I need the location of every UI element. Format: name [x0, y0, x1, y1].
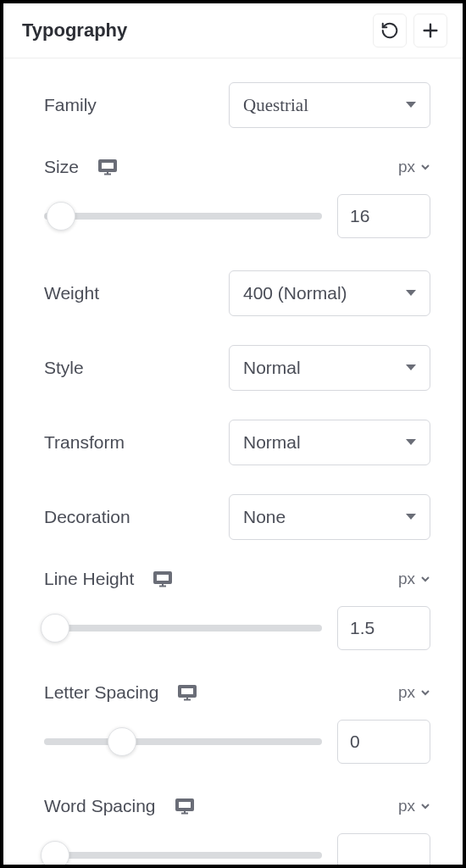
word-spacing-slider-thumb[interactable] [41, 841, 69, 868]
reset-button[interactable] [373, 14, 407, 47]
line-height-unit-value: px [398, 570, 415, 588]
transform-label: Transform [44, 432, 125, 453]
svg-rect-12 [156, 574, 169, 581]
letter-spacing-input[interactable] [337, 720, 430, 764]
plus-icon [421, 21, 440, 40]
desktop-icon[interactable] [177, 684, 197, 701]
weight-row: Weight 400 (Normal) [44, 270, 430, 316]
family-select-value: Questrial [229, 82, 430, 128]
size-unit-value: px [398, 158, 415, 176]
letter-spacing-row: Letter Spacing px [44, 682, 430, 703]
weight-select-value: 400 (Normal) [229, 270, 430, 316]
size-slider-row [44, 194, 430, 238]
style-select-value: Normal [229, 345, 430, 391]
line-height-unit-select[interactable]: px [398, 570, 430, 588]
panel-header: Typography [3, 3, 463, 58]
letter-spacing-unit-select[interactable]: px [398, 683, 430, 702]
style-row: Style Normal [44, 345, 430, 391]
size-row: Size px [44, 157, 430, 177]
word-spacing-label: Word Spacing [44, 796, 156, 816]
add-button[interactable] [413, 14, 447, 47]
line-height-slider[interactable] [44, 625, 322, 632]
style-label: Style [44, 358, 84, 378]
transform-select-value: Normal [229, 420, 430, 465]
decoration-label: Decoration [44, 507, 130, 527]
desktop-icon[interactable] [175, 798, 195, 815]
word-spacing-input[interactable] [337, 833, 430, 868]
size-unit-select[interactable]: px [398, 158, 430, 176]
size-input[interactable] [337, 194, 430, 238]
word-spacing-slider-row [44, 833, 430, 868]
svg-rect-16 [180, 687, 194, 695]
panel-title: Typography [22, 19, 127, 42]
size-label: Size [44, 157, 79, 177]
desktop-icon[interactable] [97, 159, 118, 175]
line-height-row: Line Height px [44, 569, 430, 589]
header-actions [373, 14, 447, 47]
family-select[interactable]: Questrial [229, 82, 430, 128]
weight-select[interactable]: 400 (Normal) [229, 270, 430, 316]
svg-rect-20 [178, 801, 191, 809]
desktop-icon[interactable] [153, 570, 173, 587]
line-height-slider-row [44, 606, 430, 650]
decoration-select-value: None [229, 494, 430, 540]
word-spacing-slider[interactable] [44, 852, 322, 859]
letter-spacing-slider[interactable] [44, 738, 322, 745]
weight-label: Weight [44, 283, 99, 303]
style-select[interactable]: Normal [229, 345, 430, 391]
chevron-down-icon [420, 576, 430, 582]
chevron-down-icon [420, 803, 430, 810]
transform-select[interactable]: Normal [229, 420, 430, 465]
chevron-down-icon [420, 689, 430, 696]
panel-body: Family Questrial Size px Weight [3, 58, 463, 868]
word-spacing-row: Word Spacing px [44, 796, 430, 816]
letter-spacing-slider-row [44, 720, 430, 764]
line-height-input[interactable] [337, 606, 430, 650]
size-slider[interactable] [44, 213, 322, 220]
transform-row: Transform Normal [44, 420, 430, 465]
word-spacing-unit-select[interactable]: px [398, 797, 430, 815]
decoration-row: Decoration None [44, 494, 430, 540]
letter-spacing-unit-value: px [398, 683, 415, 702]
line-height-label: Line Height [44, 569, 134, 589]
line-height-slider-thumb[interactable] [41, 614, 69, 643]
undo-icon [380, 21, 399, 40]
size-slider-thumb[interactable] [47, 202, 75, 231]
word-spacing-unit-value: px [398, 797, 415, 815]
decoration-select[interactable]: None [229, 494, 430, 540]
chevron-down-icon [420, 164, 430, 170]
letter-spacing-slider-thumb[interactable] [108, 727, 136, 756]
family-label: Family [44, 95, 97, 115]
family-row: Family Questrial [44, 82, 430, 128]
letter-spacing-label: Letter Spacing [44, 682, 158, 703]
svg-rect-4 [101, 162, 114, 170]
